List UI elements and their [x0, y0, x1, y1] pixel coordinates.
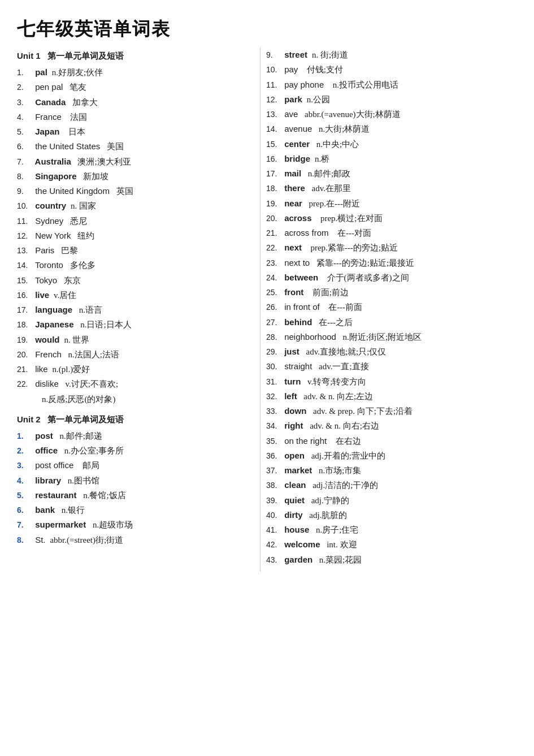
list-item: 8. St. abbr.(=street)街;街道: [17, 533, 249, 547]
list-item: 12. New York 纽约: [17, 228, 249, 243]
list-item: 24. between 介于(两者或多者)之间: [266, 270, 517, 285]
list-item: 19. would n. 世界: [17, 332, 249, 347]
list-item: 11. pay phone n.投币式公用电话: [266, 77, 517, 92]
list-item: 40. dirty adj.肮脏的: [266, 508, 517, 522]
page-title: 七年级英语单词表: [17, 17, 517, 42]
list-item: 5. restaurant n.餐馆;饭店: [17, 488, 249, 503]
list-item: 27. behind 在---之后: [266, 315, 517, 330]
list-item: 25. front 前面;前边: [266, 285, 517, 300]
list-item: 21. like n.(pl.)爱好: [17, 362, 249, 377]
list-item: 42. welcome int. 欢迎: [266, 537, 517, 552]
list-item: 36. open adj.开着的;营业中的: [266, 448, 517, 463]
list-item: 3. post office 邮局: [17, 458, 249, 473]
list-item: 6. the United States 美国: [17, 139, 249, 154]
list-item: 26. in front of 在---前面: [266, 300, 517, 314]
unit1-word-list: 1. pal n.好朋友;伙伴 2. pen pal 笔友 3. Canada …: [17, 65, 249, 407]
list-item: 3. Canada 加拿大: [17, 95, 249, 110]
list-item: 17. language n.语言: [17, 303, 249, 317]
list-item: 12. park n.公园: [266, 92, 517, 107]
list-item: 31. turn v.转弯;转变方向: [266, 374, 517, 389]
list-item: 4. France 法国: [17, 110, 249, 124]
list-item: 21. across from 在---对面: [266, 226, 517, 240]
list-item: 6. bank n.银行: [17, 503, 249, 517]
list-item: 13. Paris 巴黎: [17, 243, 249, 258]
list-item: 1. pal n.好朋友;伙伴: [17, 65, 249, 80]
list-item: 19. near prep.在---附近: [266, 196, 517, 211]
unit1-en: Unit 1: [17, 51, 41, 61]
list-item: 9. street n. 街;街道: [266, 47, 517, 62]
unit2-header: Unit 2 第一单元单词及短语: [17, 414, 249, 425]
list-item: 5. Japan 日本: [17, 124, 249, 139]
list-item: 13. ave abbr.(=avenue)大街;林荫道: [266, 107, 517, 122]
list-item: 30. straight adv.一直;直接: [266, 359, 517, 374]
list-item: 22. next prep.紧靠---的旁边;贴近: [266, 240, 517, 255]
list-item: 10. country n. 国家: [17, 198, 249, 213]
unit2-right-word-list: 9. street n. 街;街道 10. pay 付钱;支付 11. pay …: [266, 47, 517, 567]
unit2-left-word-list: 1. post n.邮件;邮递 2. office n.办公室;事务所 3. p…: [17, 429, 249, 547]
list-item: 2. pen pal 笔友: [17, 80, 249, 94]
left-column: Unit 1 第一单元单词及短语 1. pal n.好朋友;伙伴 2. pen …: [17, 47, 260, 552]
list-item: 8. Singapore 新加坡: [17, 169, 249, 184]
list-item: 10. pay 付钱;支付: [266, 62, 517, 77]
list-item: 32. left adv. & n. 向左;左边: [266, 389, 517, 404]
list-item: 16. live v.居住: [17, 288, 249, 303]
list-item: 7. supermarket n.超级市场: [17, 517, 249, 532]
right-column: 9. street n. 街;街道 10. pay 付钱;支付 11. pay …: [260, 47, 517, 572]
list-item: 41. house n.房子;住宅: [266, 522, 517, 537]
list-item: 22. dislike v.讨厌;不喜欢;: [17, 377, 249, 391]
list-item: 33. down adv. & prep. 向下;下去;沿着: [266, 404, 517, 418]
list-item-extra: n.反感;厌恶(的对象): [17, 392, 249, 407]
list-item: 7. Australia 澳洲;澳大利亚: [17, 154, 249, 169]
list-item: 43. garden n.菜园;花园: [266, 552, 517, 567]
list-item: 18. Japanese n.日语;日本人: [17, 317, 249, 332]
list-item: 14. avenue n.大街;林荫道: [266, 122, 517, 136]
list-item: 11. Sydney 悉尼: [17, 214, 249, 228]
unit1-cn: 第一单元单词及短语: [47, 51, 124, 61]
list-item: 39. quiet adj.宁静的: [266, 493, 517, 508]
list-item: 14. Toronto 多伦多: [17, 258, 249, 273]
list-item: 15. center n.中央;中心: [266, 137, 517, 152]
list-item: 23. next to 紧靠---的旁边;贴近;最接近: [266, 256, 517, 270]
unit1-header: Unit 1 第一单元单词及短语: [17, 51, 249, 62]
list-item: 2. office n.办公室;事务所: [17, 443, 249, 458]
list-item: 20. across prep.横过;在对面: [266, 211, 517, 226]
list-item: 38. clean adj.洁洁的;干净的: [266, 478, 517, 493]
list-item: 16. bridge n.桥: [266, 152, 517, 166]
list-item: 9. the United Kingdom 英国: [17, 184, 249, 198]
list-item: 34. right adv. & n. 向右;右边: [266, 418, 517, 433]
list-item: 20. French n.法国人;法语: [17, 347, 249, 362]
list-item: 35. on the right 在右边: [266, 434, 517, 448]
list-item: 4. library n.图书馆: [17, 473, 249, 488]
list-item: 29. just adv.直接地;就;只;仅仅: [266, 344, 517, 359]
list-item: 28. neighborhood n.附近;街区;附近地区: [266, 330, 517, 344]
list-item: 37. market n.市场;市集: [266, 463, 517, 478]
list-item: 17. mail n.邮件;邮政: [266, 166, 517, 181]
list-item: 18. there adv.在那里: [266, 181, 517, 196]
list-item: 15. Tokyo 东京: [17, 273, 249, 288]
list-item: 1. post n.邮件;邮递: [17, 429, 249, 443]
